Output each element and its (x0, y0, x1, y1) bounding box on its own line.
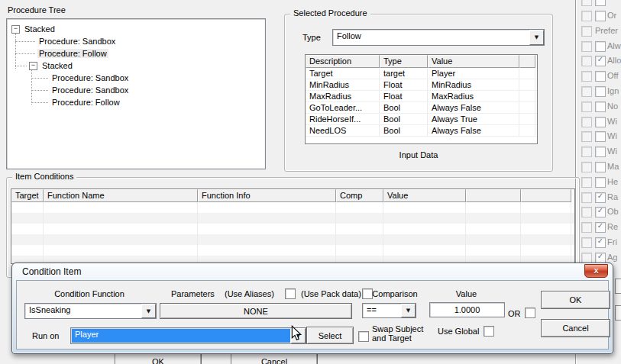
flag-checkbox[interactable] (581, 147, 592, 157)
flag-checkbox[interactable]: ✓ (595, 237, 606, 248)
flag-checkbox[interactable]: ✓ (595, 253, 606, 263)
run-on-dropdown[interactable]: Player ▼ (70, 327, 306, 344)
flag-checkbox[interactable] (595, 71, 606, 82)
flag-row: ✓Ag (577, 253, 621, 263)
comparison-dropdown[interactable]: == ▼ (362, 303, 416, 318)
tree-collapse-icon[interactable]: − (11, 25, 20, 34)
value-input[interactable] (429, 302, 505, 317)
tree-item[interactable]: −Stacked (7, 60, 265, 72)
tree-item[interactable]: Procedure: Sandbox (7, 72, 265, 84)
condition-item-dialog: Condition Item X Condition Function IsSn… (11, 263, 613, 354)
condition-function-dropdown[interactable]: IsSneaking ▼ (24, 303, 157, 319)
procedure-type-dropdown[interactable]: Follow ▼ (332, 29, 545, 46)
table-row[interactable] (11, 202, 574, 213)
column-header[interactable]: Function Info (198, 189, 336, 202)
column-header[interactable]: Value (428, 55, 519, 68)
chevron-down-icon[interactable]: ▼ (529, 30, 544, 45)
table-row[interactable]: MaxRadiusFloatMaxRadius (306, 91, 537, 102)
column-header[interactable]: Function Name (44, 189, 198, 202)
tree-connector (31, 102, 48, 103)
flag-row: ✓Ra (577, 192, 621, 203)
flag-checkbox[interactable] (581, 207, 592, 217)
flag-checkbox[interactable] (581, 56, 592, 66)
flag-checkbox[interactable] (581, 86, 592, 97)
table-row[interactable]: GoToLeader...BoolAlways False (306, 102, 537, 114)
flag-checkbox[interactable] (581, 192, 592, 203)
flag-checkbox[interactable] (595, 131, 606, 142)
column-header[interactable]: Description (306, 55, 380, 68)
flag-checkbox[interactable] (595, 162, 606, 172)
flag-checkbox[interactable] (581, 26, 592, 37)
ok-button-background-label: OK (152, 357, 164, 364)
tree-item[interactable]: Procedure: Follow (7, 47, 265, 60)
tree-item[interactable]: Procedure: Sandbox (7, 35, 265, 47)
flag-checkbox[interactable] (581, 177, 592, 188)
chevron-down-icon[interactable]: ▼ (141, 304, 156, 318)
table-row[interactable]: TargettargetPlayer (306, 68, 537, 79)
flag-checkbox[interactable] (595, 101, 606, 112)
column-header[interactable]: Comp (336, 189, 383, 202)
flag-checkbox[interactable] (581, 131, 592, 142)
flag-checkbox[interactable] (581, 117, 592, 127)
flag-checkbox[interactable]: ✓ (595, 56, 606, 66)
tree-item[interactable]: Procedure: Follow (7, 96, 265, 108)
column-header[interactable]: Type (380, 55, 428, 68)
column-header[interactable]: Target (11, 189, 44, 202)
flag-checkbox[interactable] (595, 177, 606, 188)
table-row[interactable]: NeedLOSBoolAlways False (306, 125, 537, 137)
or-checkbox[interactable] (525, 308, 535, 318)
condition-function-label: Condition Function (24, 289, 154, 298)
select-button[interactable]: Select (306, 327, 354, 344)
table-row[interactable] (11, 245, 574, 256)
table-row[interactable]: RideHorseIf...BoolAlways True (306, 114, 537, 125)
flag-label: Or (607, 11, 616, 20)
column-header[interactable] (521, 189, 571, 202)
flag-checkbox[interactable] (581, 41, 592, 52)
table-row[interactable] (11, 234, 574, 245)
flag-checkbox[interactable] (581, 237, 592, 248)
ok-button[interactable]: OK (541, 291, 610, 309)
flag-checkbox[interactable] (595, 86, 606, 97)
checkmark-icon: ✓ (596, 237, 605, 245)
close-icon[interactable]: X (584, 264, 608, 278)
column-header[interactable]: Value (383, 189, 466, 202)
flag-checkbox[interactable] (581, 71, 592, 82)
flag-checkbox[interactable] (581, 162, 592, 172)
column-header[interactable] (466, 189, 521, 202)
clipped-control-fragment (615, 305, 621, 321)
procedure-tree-view[interactable]: −StackedProcedure: SandboxProcedure: Fol… (6, 18, 266, 169)
tree-item[interactable]: Procedure: Sandbox (7, 84, 265, 96)
swap-subject-checkbox[interactable] (358, 331, 369, 342)
flag-label: Alw (607, 41, 621, 50)
table-row[interactable]: MinRadiusFloatMinRadius (306, 79, 537, 91)
chevron-down-icon[interactable]: ▼ (401, 304, 416, 317)
checkmark-icon: ✓ (596, 206, 605, 214)
flag-checkbox[interactable] (595, 41, 606, 52)
table-row[interactable] (11, 224, 574, 234)
conditions-table[interactable]: TargetFunction NameFunction InfoCompValu… (11, 188, 575, 264)
flag-checkbox[interactable] (595, 147, 606, 157)
table-cell (11, 202, 44, 213)
flag-checkbox[interactable]: ✓ (595, 192, 606, 203)
flag-checkbox[interactable] (581, 222, 592, 233)
cancel-button[interactable]: Cancel (541, 319, 610, 337)
column-header[interactable] (519, 55, 535, 68)
item-conditions-group-label: Item Conditions (12, 172, 76, 181)
flag-checkbox[interactable] (595, 117, 606, 127)
flag-checkbox[interactable]: ✓ (595, 207, 606, 217)
input-data-table[interactable]: DescriptionTypeValue TargettargetPlayerM… (305, 54, 538, 144)
flag-checkbox[interactable] (595, 0, 606, 6)
flag-checkbox[interactable] (581, 253, 592, 263)
flag-checkbox[interactable] (581, 101, 592, 112)
table-row[interactable] (11, 213, 574, 224)
tree-collapse-icon[interactable]: − (29, 62, 37, 70)
parameters-none-button[interactable]: NONE (160, 303, 352, 319)
flag-checkbox[interactable] (581, 0, 592, 6)
tree-item-label: Procedure: Follow (50, 98, 121, 107)
use-aliases-checkbox[interactable] (285, 288, 296, 299)
use-global-checkbox[interactable] (484, 326, 494, 337)
flag-checkbox[interactable] (581, 11, 592, 21)
flag-checkbox[interactable]: ✓ (595, 222, 606, 233)
flag-checkbox[interactable] (595, 11, 606, 21)
tree-item[interactable]: −Stacked (7, 23, 265, 35)
